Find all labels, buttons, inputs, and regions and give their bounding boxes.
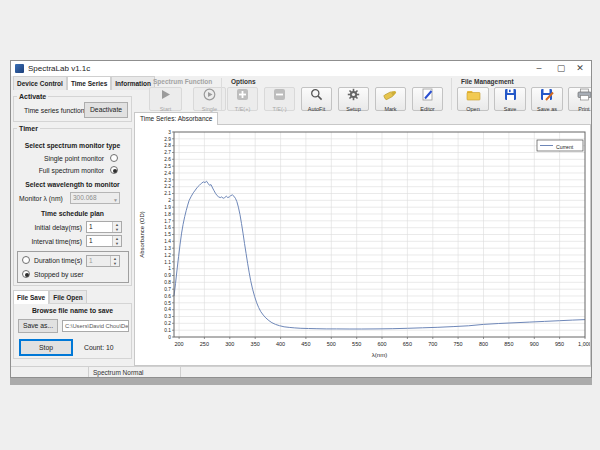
file-tabs: File SaveFile Open xyxy=(13,290,87,304)
toolbar-button-label: Save as xyxy=(537,106,557,112)
svg-text:0.2: 0.2 xyxy=(164,321,171,326)
editor-button[interactable]: Editor xyxy=(412,87,443,111)
toolbar-group-spectrum-function: Spectrum FunctionStartSingle xyxy=(149,78,226,111)
spin-down-icon[interactable]: ▼ xyxy=(113,227,121,232)
stopped-by-user-radio[interactable] xyxy=(22,270,30,278)
full-spectrum-monitor-radio[interactable] xyxy=(110,166,118,174)
svg-text:2.3: 2.3 xyxy=(164,178,171,183)
activate-group-header: Activate xyxy=(17,92,48,101)
svg-text:2.1: 2.1 xyxy=(164,191,171,196)
single-point-monitor-radio[interactable] xyxy=(110,154,118,162)
initial-delay-value: 1 xyxy=(89,223,93,230)
svg-text:2.2: 2.2 xyxy=(164,184,171,189)
svg-text:450: 450 xyxy=(301,341,310,347)
svg-text:1.8: 1.8 xyxy=(164,212,171,217)
spin-down-icon[interactable]: ▼ xyxy=(113,241,121,246)
mark-button[interactable]: Mark xyxy=(375,87,406,111)
monitor-wavelength-combo[interactable]: 300.068 ▼ xyxy=(70,192,120,204)
interval-time-spinner[interactable]: 1 ▲▼ xyxy=(86,235,122,247)
autofit-button[interactable]: AutoFit xyxy=(301,87,332,111)
svg-text:550: 550 xyxy=(352,341,361,347)
svg-text:900: 900 xyxy=(530,341,539,347)
close-button[interactable]: ✕ xyxy=(570,61,590,76)
toolbar-button-label: AutoFit xyxy=(308,106,325,112)
maximize-button[interactable]: ▢ xyxy=(551,61,571,76)
play-icon xyxy=(159,87,172,105)
duration-time-radio[interactable] xyxy=(22,256,30,264)
printer-icon xyxy=(577,87,592,105)
toolbar-button-label: Start xyxy=(160,106,172,112)
open-button[interactable]: Open xyxy=(457,87,489,111)
toolbar-group-label: File Management xyxy=(461,78,592,85)
print-button[interactable]: Print xyxy=(568,87,592,111)
magnifier-icon xyxy=(310,87,323,105)
interval-time-value: 1 xyxy=(89,237,93,244)
svg-text:350: 350 xyxy=(251,341,260,347)
tab-device-control[interactable]: Device Control xyxy=(13,76,67,90)
toolbar-group-label: Options xyxy=(231,78,443,85)
file-save-box: Browse file name to save Save as... C:\U… xyxy=(13,303,132,359)
panel-tabs: Device ControlTime SeriesInformation xyxy=(13,76,155,90)
minus-icon xyxy=(273,87,286,105)
svg-text:700: 700 xyxy=(428,341,437,347)
full-spectrum-monitor-label: Full spectrum monitor xyxy=(14,167,104,174)
toolbar-group-file-management: File ManagementOpenSaveSave asPrint xyxy=(457,78,592,111)
toolbar-button-label: T/E(-) xyxy=(272,106,286,112)
timer-group-header: Timer xyxy=(17,124,40,133)
tab-file-open[interactable]: File Open xyxy=(49,290,87,304)
toolbar-button-label: Single xyxy=(202,106,217,112)
toolbar-button-label: Open xyxy=(466,106,479,112)
chart-tab[interactable]: Time Series: Absorbance xyxy=(134,112,218,125)
interval-time-arrows[interactable]: ▲▼ xyxy=(112,236,121,246)
stopped-by-user-label: Stopped by user xyxy=(34,271,84,278)
interval-time-label: Interval time(ms) xyxy=(14,238,82,245)
deactivate-button[interactable]: Deactivate xyxy=(84,102,128,118)
svg-text:0.8: 0.8 xyxy=(164,280,171,285)
svg-text:300: 300 xyxy=(225,341,234,347)
svg-text:650: 650 xyxy=(403,341,412,347)
t-e-button: T/E(-) xyxy=(264,87,295,111)
svg-text:200: 200 xyxy=(175,341,184,347)
chart-svg: 00.10.20.30.40.50.60.70.80.911.11.21.31.… xyxy=(135,125,590,365)
svg-text:1.3: 1.3 xyxy=(164,246,171,251)
save-as-browse-button[interactable]: Save as... xyxy=(18,319,58,333)
start-button: Start xyxy=(149,87,182,111)
save-as-button[interactable]: Save as xyxy=(531,87,563,111)
monitor-wavelength-value: 300.068 xyxy=(73,194,97,201)
stop-button[interactable]: Stop xyxy=(20,340,72,355)
chart-legend: Current xyxy=(537,140,583,151)
left-panel: Device ControlTime SeriesInformation Act… xyxy=(13,76,134,368)
t-e-button: T/E(+) xyxy=(227,87,258,111)
monitor-type-header: Select spectrum monitor type xyxy=(14,142,131,149)
window-shadow-band xyxy=(10,378,592,385)
save-path-field[interactable]: C:\Users\David Chou\Deskt xyxy=(62,320,129,332)
svg-text:2.6: 2.6 xyxy=(164,157,171,162)
tab-file-save[interactable]: File Save xyxy=(13,290,49,304)
toolbar-button-label: Editor xyxy=(420,106,434,112)
minimize-button[interactable]: – xyxy=(529,61,549,76)
tab-time-series[interactable]: Time Series xyxy=(67,76,111,90)
single-point-monitor-label: Single point monitor xyxy=(14,155,104,162)
svg-text:1.5: 1.5 xyxy=(164,232,171,237)
svg-text:800: 800 xyxy=(479,341,488,347)
toolbar-button-label: Save xyxy=(504,106,517,112)
svg-text:1.2: 1.2 xyxy=(164,253,171,258)
x-axis-label: λ(nm) xyxy=(372,352,387,358)
toolbar-group-label: Spectrum Function xyxy=(153,78,226,85)
play-circle-icon xyxy=(203,87,216,105)
initial-delay-arrows[interactable]: ▲▼ xyxy=(112,222,121,232)
svg-text:2.4: 2.4 xyxy=(164,171,171,176)
folder-icon xyxy=(466,87,481,105)
initial-delay-spinner[interactable]: 1 ▲▼ xyxy=(86,221,122,233)
duration-time-value: 1 xyxy=(89,257,93,264)
svg-text:3: 3 xyxy=(168,130,171,135)
save-button[interactable]: Save xyxy=(494,87,526,111)
svg-text:0.1: 0.1 xyxy=(164,328,171,333)
timer-group: Timer Select spectrum monitor type Singl… xyxy=(13,128,132,286)
gear-icon xyxy=(347,87,360,105)
setup-button[interactable]: Setup xyxy=(338,87,369,111)
chevron-down-icon: ▼ xyxy=(113,195,118,205)
toolbar-button-label: T/E(+) xyxy=(235,106,250,112)
svg-text:2.8: 2.8 xyxy=(164,143,171,148)
duration-time-spinner: 1 ▲▼ xyxy=(86,255,120,267)
